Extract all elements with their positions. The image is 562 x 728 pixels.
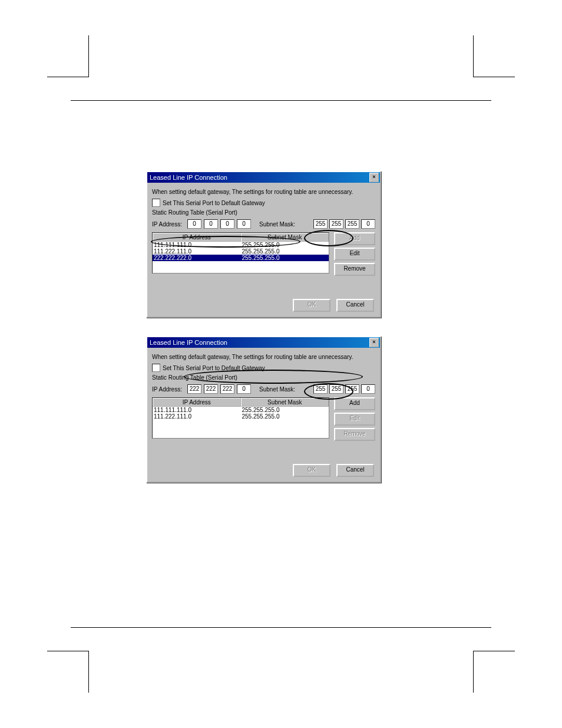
mask-octet-2[interactable]: 255 — [329, 219, 343, 229]
col-mask[interactable]: Subnet Mask — [241, 398, 329, 407]
col-ip[interactable]: IP Address — [153, 398, 241, 407]
ip-octet-3[interactable]: 222 — [220, 384, 234, 394]
ip-address-label: IP Address: — [152, 386, 185, 393]
divider-top — [71, 100, 491, 101]
table-row[interactable]: 111.111.111.0255.255.255.0 — [153, 242, 329, 248]
table-row[interactable]: 111.111.111.0255.255.255.0 — [153, 407, 329, 413]
group-label: Static Routing Table (Serial Port) — [152, 209, 375, 216]
divider-bottom — [71, 627, 491, 628]
ok-button[interactable]: OK — [293, 299, 330, 312]
subnet-mask-label: Subnet Mask: — [259, 221, 295, 228]
cell-mask: 255.255.255.0 — [241, 248, 329, 255]
edit-button[interactable]: Edit — [334, 248, 375, 261]
mask-octet-3[interactable]: 255 — [345, 219, 359, 229]
ok-button[interactable]: OK — [293, 464, 330, 477]
ip-octet-3[interactable]: 0 — [220, 219, 234, 229]
mask-octet-3[interactable]: 255 — [345, 384, 359, 394]
cell-ip: 111.222.111.0 — [153, 413, 241, 420]
crop-mark-tr — [473, 35, 515, 77]
mask-octet-4[interactable]: 0 — [361, 219, 375, 229]
default-gateway-checkbox[interactable] — [152, 199, 160, 207]
edit-button[interactable]: Edit — [334, 413, 375, 426]
close-icon[interactable]: × — [369, 338, 379, 347]
mask-octet-4[interactable]: 0 — [361, 384, 375, 394]
ip-octet-4[interactable]: 0 — [237, 384, 251, 394]
remove-button[interactable]: Remove — [334, 263, 375, 276]
crop-mark-tl — [47, 35, 89, 77]
cancel-button[interactable]: Cancel — [336, 299, 374, 312]
routing-table[interactable]: IP Address Subnet Mask 111.111.111.0255.… — [152, 232, 329, 274]
col-mask[interactable]: Subnet Mask — [241, 233, 329, 242]
cell-ip: 222.222.222.0 — [153, 255, 241, 261]
leased-line-dialog-1: Leased Line IP Connection × When setting… — [146, 171, 381, 318]
table-row[interactable]: 111.222.111.0255.255.255.0 — [153, 413, 329, 420]
group-label: Static Routing Table (Serial Port) — [152, 374, 375, 381]
note-text: When setting default gateway, The settin… — [152, 189, 375, 195]
cell-ip: 111.111.111.0 — [153, 407, 241, 413]
cell-mask: 255.255.255.0 — [241, 413, 329, 420]
default-gateway-checkbox[interactable] — [152, 364, 160, 372]
cell-ip: 111.111.111.0 — [153, 242, 241, 248]
ip-octet-4[interactable]: 0 — [237, 219, 251, 229]
subnet-mask-label: Subnet Mask: — [259, 386, 295, 393]
close-icon[interactable]: × — [369, 173, 379, 182]
add-button[interactable]: Add — [334, 232, 375, 245]
cell-mask: 255.255.255.0 — [241, 242, 329, 248]
remove-button[interactable]: Remove — [334, 428, 375, 441]
table-row[interactable]: 111.222.111.0255.255.255.0 — [153, 248, 329, 255]
ip-octet-1[interactable]: 0 — [187, 219, 201, 229]
crop-mark-br — [473, 651, 515, 693]
mask-octet-2[interactable]: 255 — [329, 384, 343, 394]
note-text: When setting default gateway, The settin… — [152, 354, 375, 360]
table-row[interactable]: 222.222.222.0255.255.255.0 — [153, 255, 329, 261]
cancel-button[interactable]: Cancel — [336, 464, 374, 477]
dialog-title: Leased Line IP Connection — [150, 339, 227, 346]
titlebar: Leased Line IP Connection × — [147, 172, 380, 183]
ip-octet-2[interactable]: 222 — [204, 384, 218, 394]
cell-ip: 111.222.111.0 — [153, 248, 241, 255]
ip-octet-2[interactable]: 0 — [204, 219, 218, 229]
cell-mask: 255.255.255.0 — [241, 407, 329, 413]
ip-octet-1[interactable]: 222 — [187, 384, 201, 394]
add-button[interactable]: Add — [334, 397, 375, 410]
mask-octet-1[interactable]: 255 — [313, 384, 328, 394]
crop-mark-bl — [47, 651, 89, 693]
routing-table[interactable]: IP Address Subnet Mask 111.111.111.0255.… — [152, 397, 329, 439]
checkbox-label: Set This Serial Port to Default Gateway — [163, 365, 265, 371]
dialog-title: Leased Line IP Connection — [150, 174, 227, 181]
cell-mask: 255.255.255.0 — [241, 255, 329, 261]
col-ip[interactable]: IP Address — [153, 233, 241, 242]
mask-octet-1[interactable]: 255 — [313, 219, 328, 229]
checkbox-label: Set This Serial Port to Default Gateway — [163, 200, 265, 206]
ip-address-label: IP Address: — [152, 221, 185, 228]
titlebar: Leased Line IP Connection × — [147, 337, 380, 348]
leased-line-dialog-2: Leased Line IP Connection × When setting… — [146, 336, 381, 483]
